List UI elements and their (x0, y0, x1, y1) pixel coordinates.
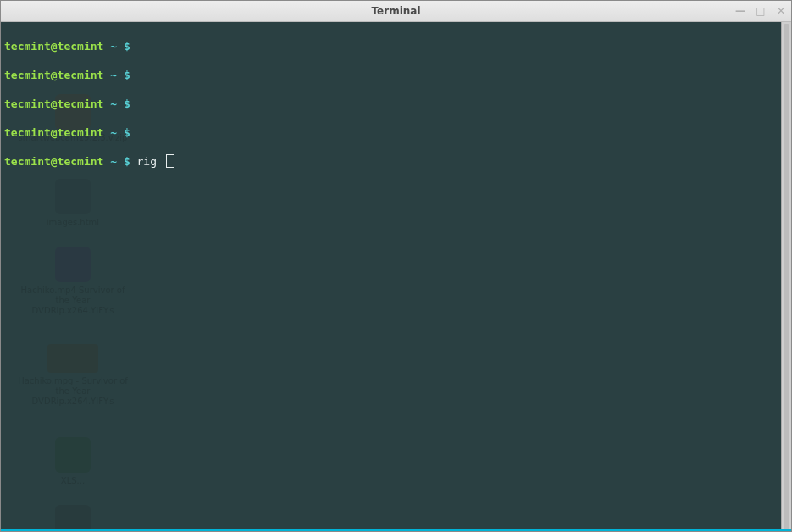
prompt-path: ~ (110, 97, 117, 110)
prompt-sigil: $ (124, 40, 130, 53)
terminal-viewport[interactable]: smartwebcam19.2.3.v.zip images.html Hach… (1, 22, 791, 531)
prompt-user-host: tecmint@tecmint (4, 69, 103, 81)
terminal-output[interactable]: tecmint@tecmint ~ $ tecmint@tecmint ~ $ … (1, 22, 791, 531)
prompt-line: tecmint@tecmint ~ $ (4, 68, 788, 82)
prompt-sigil: $ (124, 126, 130, 139)
prompt-user-host: tecmint@tecmint (4, 155, 103, 168)
prompt-user-host: tecmint@tecmint (4, 40, 103, 53)
minimize-icon[interactable]: — (734, 4, 747, 18)
terminal-window: Terminal — □ ✕ smartwebcam19.2.3.v.zip i… (0, 0, 792, 532)
prompt-sigil: $ (124, 69, 130, 81)
vertical-scrollbar[interactable] (781, 22, 791, 531)
maximize-icon[interactable]: □ (754, 4, 767, 18)
prompt-user-host: tecmint@tecmint (4, 97, 103, 110)
bottom-accent-bar (1, 529, 791, 531)
scrollbar-thumb[interactable] (784, 24, 789, 531)
prompt-line-active: tecmint@tecmint ~ $ rig (4, 154, 788, 169)
prompt-user-host: tecmint@tecmint (4, 126, 103, 139)
prompt-sigil: $ (124, 97, 130, 110)
command-input[interactable]: rig (137, 155, 163, 168)
prompt-line: tecmint@tecmint ~ $ (4, 97, 788, 111)
titlebar[interactable]: Terminal — □ ✕ (1, 1, 791, 22)
prompt-path: ~ (110, 126, 117, 139)
window-controls: — □ ✕ (734, 1, 788, 21)
prompt-line: tecmint@tecmint ~ $ (4, 125, 788, 140)
prompt-line: tecmint@tecmint ~ $ (4, 39, 788, 53)
prompt-path: ~ (110, 69, 117, 81)
close-icon[interactable]: ✕ (774, 4, 788, 18)
prompt-path: ~ (110, 155, 117, 168)
prompt-path: ~ (110, 40, 117, 53)
window-title: Terminal (371, 5, 420, 17)
prompt-sigil: $ (124, 155, 130, 168)
cursor-icon (167, 155, 174, 167)
